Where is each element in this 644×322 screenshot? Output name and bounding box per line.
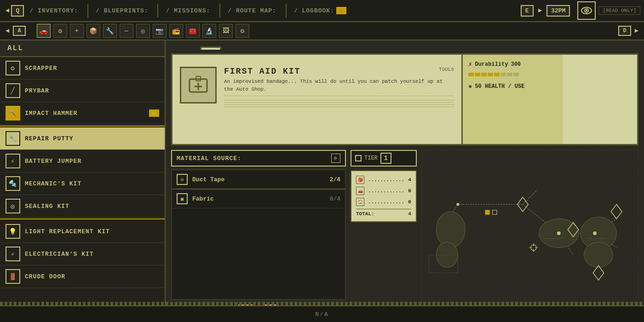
sub-nav-icon-line[interactable]: — bbox=[120, 24, 133, 38]
logbook-section[interactable]: / LOGBOOK: ✉ bbox=[288, 7, 354, 14]
sidebar-item-crude-door[interactable]: 🚪 CRUDE DOOR bbox=[0, 265, 165, 288]
prybar-icon: ╱ bbox=[6, 83, 20, 98]
read-only-badge: [READ ONLY] bbox=[598, 6, 640, 15]
bar-seg-4 bbox=[488, 73, 493, 76]
material-row-duct-tape[interactable]: ⊙ Duct Tape 2/4 bbox=[172, 170, 345, 190]
sub-nav-icon-photo[interactable]: 🖼 bbox=[219, 24, 233, 38]
detail-title: FIRST AID KIT bbox=[224, 67, 300, 76]
sub-nav-icon-scanner[interactable]: 🔬 bbox=[202, 24, 216, 38]
nav-arrow-right-e: ► bbox=[536, 7, 544, 14]
detail-panel-tab bbox=[200, 46, 221, 50]
d-button[interactable]: D bbox=[618, 26, 631, 36]
detail-panel: FIRST AID KIT TOOLS An improvised bandag… bbox=[171, 53, 638, 145]
detail-line-4 bbox=[224, 107, 454, 107]
svg-point-20 bbox=[584, 242, 613, 268]
logbook-label: / LOGBOOK: bbox=[294, 7, 334, 14]
home-icon: 🏠 bbox=[356, 198, 364, 206]
sealing-kit-label: SEALING KIT bbox=[25, 203, 69, 210]
sidebar-item-prybar[interactable]: ╱ PRYBAR bbox=[0, 80, 165, 102]
crude-door-icon: 🚪 bbox=[6, 269, 20, 284]
sub-nav-arrow-right[interactable]: ► bbox=[633, 27, 640, 34]
resource-panel: 🎒 ............ 4 🚗 ............ 0 🏠 ....… bbox=[351, 170, 417, 222]
svg-point-2 bbox=[586, 10, 587, 12]
svg-text:...........: ........... bbox=[587, 236, 606, 240]
scrapper-label: SCRAPPER bbox=[25, 65, 57, 72]
duct-tape-icon: ⊙ bbox=[177, 174, 188, 185]
sub-nav-icon-wrench[interactable]: ⚙ bbox=[53, 24, 67, 38]
durability-bar bbox=[468, 73, 557, 76]
fabric-name: Fabric bbox=[192, 196, 325, 202]
sidebar-item-electricians-kit[interactable]: ⚡ ELECTRICIAN'S KIT bbox=[0, 243, 165, 265]
impact-hammer-label: IMPACT HAMMER bbox=[25, 110, 77, 117]
detail-left: FIRST AID KIT TOOLS An improvised bandag… bbox=[172, 55, 461, 144]
fabric-icon: ▣ bbox=[177, 193, 188, 204]
inventory-label: / INVENTORY: bbox=[29, 7, 78, 14]
q-button[interactable]: Q bbox=[11, 5, 24, 17]
time-display: 32PM bbox=[546, 5, 570, 17]
backpack-icon: 🎒 bbox=[356, 176, 364, 184]
sub-nav-icon-camera[interactable]: 📷 bbox=[153, 24, 167, 38]
tier-checkbox[interactable] bbox=[355, 155, 362, 161]
sub-nav-icon-plus[interactable]: + bbox=[70, 24, 84, 38]
sub-nav-icon-target[interactable]: ◎ bbox=[136, 24, 150, 38]
item-large-icon bbox=[180, 67, 217, 104]
car-value: 0 bbox=[408, 188, 411, 194]
nav-divider-4 bbox=[286, 4, 287, 17]
resource-row-backpack: 🎒 ............ 4 bbox=[356, 176, 411, 184]
prybar-label: PRYBAR bbox=[25, 87, 49, 94]
fabric-count: 0/4 bbox=[330, 196, 340, 202]
blueprints-label: / BLUEPRINTS: bbox=[96, 7, 148, 14]
tier-box: TIER 1 bbox=[351, 150, 417, 167]
sub-nav-icon-radio[interactable]: 📻 bbox=[169, 24, 183, 38]
sidebar-item-sealing-kit[interactable]: ◎ SEALING KIT bbox=[0, 195, 165, 218]
nav-divider-1 bbox=[87, 4, 88, 17]
sub-nav-icon-medkit[interactable]: 🧰 bbox=[186, 24, 200, 38]
route-map-section[interactable]: / ROUTE MAP: bbox=[222, 7, 284, 14]
main-content: FIRST AID KIT TOOLS An improvised bandag… bbox=[166, 40, 644, 322]
durability-label: Durability bbox=[475, 61, 508, 68]
nav-arrow-left[interactable]: ◄ bbox=[4, 7, 11, 14]
durability-stat-row: ✗ Durability 300 bbox=[468, 60, 557, 68]
light-replacement-icon: 💡 bbox=[6, 224, 20, 239]
inventory-section: / INVENTORY: bbox=[24, 7, 86, 14]
detail-line-1 bbox=[224, 100, 454, 100]
detail-description: An improvised bandage... This will do un… bbox=[224, 78, 454, 96]
sub-nav-icon-car[interactable]: 🚗 bbox=[37, 24, 51, 38]
scrapper-icon: ⚙ bbox=[6, 61, 20, 75]
mechanics-kit-label: MECHANIC'S KIT bbox=[25, 180, 81, 187]
sidebar-item-impact-hammer[interactable]: 🔨 IMPACT HAMMER ✉ bbox=[0, 102, 165, 125]
material-row-fabric[interactable]: ▣ Fabric 0/4 bbox=[172, 190, 345, 208]
bar-seg-6 bbox=[500, 73, 506, 76]
sidebar-item-light-replacement[interactable]: 💡 LIGHT REPLACEMENT KIT bbox=[0, 220, 165, 243]
sidebar-item-scrapper[interactable]: ⚙ SCRAPPER bbox=[0, 57, 165, 80]
health-label: 50 HEALTH / USE bbox=[475, 83, 524, 90]
missions-section[interactable]: / MISSIONS: bbox=[160, 7, 218, 14]
sub-nav-arrow-left[interactable]: ◄ bbox=[4, 27, 11, 34]
bar-seg-7 bbox=[507, 73, 512, 76]
resource-total-row: TOTAL: 4 bbox=[356, 209, 411, 217]
sidebar-item-mechanics-kit[interactable]: 🔩 MECHANIC'S KIT bbox=[0, 172, 165, 195]
resource-row-home: 🏠 ............ 0 bbox=[356, 198, 411, 206]
sidebar: ALL ⚙ SCRAPPER ╱ PRYBAR 🔨 IMPACT HAMMER … bbox=[0, 40, 166, 322]
svg-point-26 bbox=[557, 231, 561, 235]
eye-icon[interactable] bbox=[577, 1, 596, 20]
material-source-header: MATERIAL SOURCE: ⚙ bbox=[171, 150, 346, 167]
svg-point-16 bbox=[436, 212, 465, 247]
bar-seg-8 bbox=[513, 73, 519, 76]
total-value: 4 bbox=[408, 211, 411, 217]
mechanics-kit-icon: 🔩 bbox=[6, 176, 20, 191]
status-bar: N/A bbox=[0, 305, 644, 322]
sub-nav-icon-box[interactable]: 📦 bbox=[86, 24, 100, 38]
a-button[interactable]: A bbox=[13, 26, 25, 36]
e-button[interactable]: E bbox=[521, 5, 534, 17]
blueprints-section[interactable]: / BLUEPRINTS: bbox=[90, 7, 155, 14]
material-source-icon[interactable]: ⚙ bbox=[331, 154, 340, 163]
svg-marker-24 bbox=[593, 266, 604, 280]
sub-nav-icon-gun[interactable]: 🔧 bbox=[103, 24, 117, 38]
status-value: N/A bbox=[315, 311, 328, 318]
sidebar-item-battery-jumper[interactable]: ⚡ BATTERY JUMPER bbox=[0, 150, 165, 172]
sub-nav-icons: 🚗 ⚙ + 📦 🔧 — ◎ 📷 📻 🧰 🔬 🖼 ⚙ bbox=[33, 24, 617, 38]
battery-jumper-label: BATTERY JUMPER bbox=[25, 158, 81, 165]
sidebar-item-repair-putty[interactable]: 🔧 REPAIR PUTTY bbox=[0, 127, 165, 150]
sub-nav-icon-settings[interactable]: ⚙ bbox=[236, 24, 249, 38]
